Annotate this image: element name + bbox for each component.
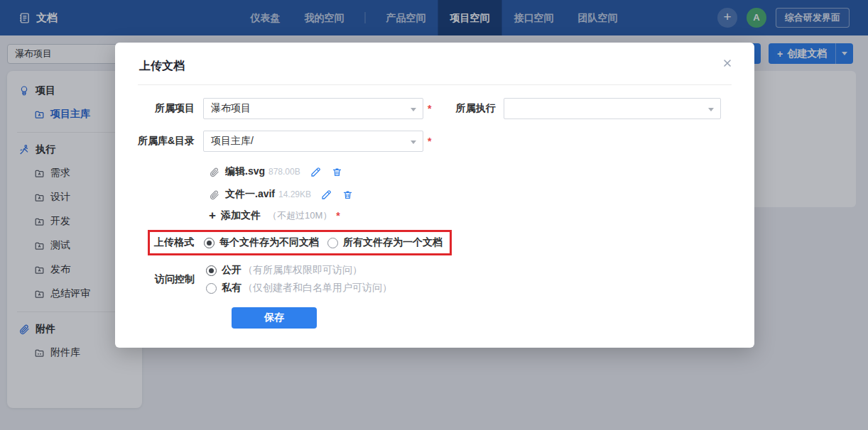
execution-select-field[interactable] xyxy=(504,98,721,119)
project-select-value: 瀑布项目 xyxy=(211,102,251,115)
paperclip-icon xyxy=(209,167,219,177)
uploaded-file-list: 编辑.svg 878.00B 文件一.avif 14.29KB xyxy=(203,163,732,203)
radio-option-single-doc[interactable]: 所有文件存为一个文档 xyxy=(327,236,443,249)
file-name: 编辑.svg xyxy=(225,165,265,178)
radio-unselected-icon[interactable] xyxy=(206,283,217,294)
add-file-row: + 添加文件 （不超过10M） * xyxy=(209,209,732,223)
paperclip-icon xyxy=(209,189,219,200)
close-icon[interactable] xyxy=(722,57,733,69)
execution-field-label: 所属执行 xyxy=(455,102,495,115)
save-button[interactable]: 保存 xyxy=(232,307,317,329)
access-option-desc: （有所属库权限即可访问） xyxy=(243,264,362,277)
required-mark: * xyxy=(428,136,431,147)
lib-select-value: 项目主库/ xyxy=(211,135,254,148)
file-size: 14.29KB xyxy=(278,189,311,199)
radio-selected-icon[interactable] xyxy=(204,238,215,248)
file-row: 文件一.avif 14.29KB xyxy=(209,186,732,203)
delete-file-icon[interactable] xyxy=(342,189,353,200)
chevron-down-icon xyxy=(411,140,416,147)
radio-option-private[interactable]: 私有 （仅创建者和白名单用户可访问） xyxy=(206,282,392,294)
project-select-field[interactable]: 瀑布项目 xyxy=(203,98,423,119)
access-option-desc: （仅创建者和白名单用户可访问） xyxy=(243,282,392,294)
lib-field-label: 所属库&目录 xyxy=(138,135,195,148)
access-control-row: 访问控制 公开 （有所属库权限即可访问） 私有 （仅创建者和白名单用户可访问） xyxy=(138,264,732,294)
chevron-down-icon xyxy=(411,108,416,114)
annotation-highlight-box: 上传格式 每个文件存为不同文档 所有文件存为一个文档 xyxy=(148,230,452,255)
lib-select-field[interactable]: 项目主库/ xyxy=(203,131,423,152)
required-mark: * xyxy=(336,210,340,221)
radio-option-label: 所有文件存为一个文档 xyxy=(343,236,443,249)
access-control-label: 访问控制 xyxy=(138,273,195,286)
edit-file-icon[interactable] xyxy=(310,166,322,177)
upload-doc-modal: 上传文档 所属项目 瀑布项目 * 所属执行 所属库&目录 项目主库/ xyxy=(115,43,754,348)
radio-unselected-icon[interactable] xyxy=(327,238,338,248)
upload-format-label: 上传格式 xyxy=(154,236,194,249)
access-options: 公开 （有所属库权限即可访问） 私有 （仅创建者和白名单用户可访问） xyxy=(203,264,392,294)
required-mark: * xyxy=(428,103,431,114)
add-file-button[interactable]: 添加文件 xyxy=(221,209,261,222)
radio-selected-icon[interactable] xyxy=(206,265,217,276)
modal-title: 上传文档 xyxy=(138,43,732,85)
radio-option-separate-docs[interactable]: 每个文件存为不同文档 xyxy=(204,236,319,249)
plus-icon[interactable]: + xyxy=(209,209,216,223)
project-field-label: 所属项目 xyxy=(138,102,195,115)
access-option-name: 公开 xyxy=(222,264,242,277)
delete-file-icon[interactable] xyxy=(332,167,342,177)
file-name: 文件一.avif xyxy=(225,188,275,201)
form-row-project-execution: 所属项目 瀑布项目 * 所属执行 xyxy=(138,98,732,119)
chevron-down-icon xyxy=(708,108,714,114)
access-option-name: 私有 xyxy=(222,282,242,294)
edit-file-icon[interactable] xyxy=(321,189,332,200)
file-size: 878.00B xyxy=(268,167,300,177)
file-row: 编辑.svg 878.00B xyxy=(209,163,732,180)
radio-option-public[interactable]: 公开 （有所属库权限即可访问） xyxy=(206,264,392,277)
add-file-hint: （不超过10M） xyxy=(268,209,332,222)
modal-body: 所属项目 瀑布项目 * 所属执行 所属库&目录 项目主库/ * xyxy=(115,85,754,329)
radio-option-label: 每个文件存为不同文档 xyxy=(219,236,319,249)
form-row-lib: 所属库&目录 项目主库/ * xyxy=(138,131,732,152)
